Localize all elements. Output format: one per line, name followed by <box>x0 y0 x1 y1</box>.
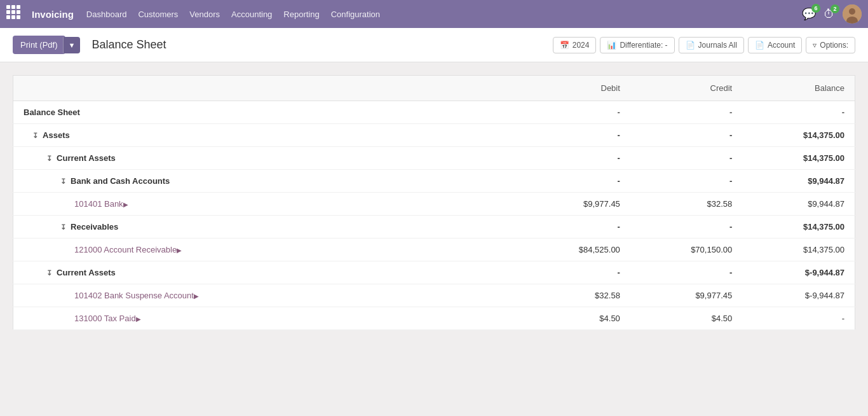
row-balance: - <box>742 101 855 124</box>
table-row: ↧ Current Assets--$14,375.00 <box>13 147 855 170</box>
nav-vendors[interactable]: Vendors <box>189 7 220 22</box>
account-link[interactable]: 131000 Tax Paid <box>74 314 136 323</box>
content-area: Debit Credit Balance Balance Sheet---↧ A… <box>0 62 868 416</box>
row-label-cell: 101402 Bank Suspense Account▶ <box>13 284 519 307</box>
row-balance: $9,944.87 <box>742 193 855 216</box>
top-navigation: Invoicing Dashboard Customers Vendors Ac… <box>0 0 868 28</box>
table-row: ↧ Receivables--$14,375.00 <box>13 216 855 239</box>
collapse-arrow-icon[interactable]: ↧ <box>46 269 54 277</box>
calendar-icon: 📅 <box>560 41 569 50</box>
differentiate-label: Differentiate: - <box>620 41 667 50</box>
account-filter-icon: 📄 <box>755 41 764 50</box>
row-debit: $4.50 <box>519 307 630 330</box>
table-row: ↧ Assets--$14,375.00 <box>13 124 855 147</box>
chart-icon: 📊 <box>607 41 616 50</box>
print-dropdown-arrow[interactable]: ▼ <box>63 37 81 53</box>
row-debit: - <box>519 124 630 147</box>
row-credit: $70,150.00 <box>630 239 742 261</box>
apps-grid-icon[interactable] <box>6 5 24 23</box>
differentiate-filter[interactable]: 📊 Differentiate: - <box>600 37 674 53</box>
table-row: ↧ Bank and Cash Accounts--$9,944.87 <box>13 170 855 193</box>
row-balance: $14,375.00 <box>742 147 855 170</box>
row-label-cell: ↧ Receivables <box>13 216 519 239</box>
collapse-arrow-icon[interactable]: ↧ <box>60 223 68 231</box>
table-row[interactable]: 121000 Account Receivable▶$84,525.00$70,… <box>13 239 855 261</box>
table-row[interactable]: 101402 Bank Suspense Account▶$32.58$9,97… <box>13 284 855 307</box>
account-link[interactable]: 101402 Bank Suspense Account <box>74 291 194 300</box>
row-label: Balance Sheet <box>24 107 80 117</box>
brand-label[interactable]: Invoicing <box>32 9 74 20</box>
journals-label: Journals All <box>698 41 737 50</box>
row-credit: - <box>630 101 742 124</box>
row-credit: - <box>630 216 742 239</box>
row-debit: - <box>519 261 630 284</box>
messages-count: 6 <box>811 4 820 13</box>
account-link[interactable]: 121000 Account Receivable <box>74 245 177 254</box>
nav-reporting[interactable]: Reporting <box>283 7 319 22</box>
account-label: Account <box>768 41 795 50</box>
row-balance: $14,375.00 <box>742 239 855 261</box>
page-title: Balance Sheet <box>92 38 166 52</box>
nav-configuration[interactable]: Configuration <box>331 7 380 22</box>
year-label: 2024 <box>573 41 590 50</box>
row-label: Receivables <box>71 222 118 232</box>
toolbar: Print (Pdf) ▼ Balance Sheet 📅 2024 📊 Dif… <box>0 28 868 62</box>
print-button-group: Print (Pdf) ▼ <box>13 36 80 54</box>
nav-customers[interactable]: Customers <box>138 7 178 22</box>
col-header-balance: Balance <box>742 76 855 101</box>
print-pdf-button[interactable]: Print (Pdf) <box>13 36 65 54</box>
table-row: Balance Sheet--- <box>13 101 855 124</box>
row-label: Bank and Cash Accounts <box>71 176 170 186</box>
account-link[interactable]: 101401 Bank <box>74 199 123 209</box>
collapse-arrow-icon[interactable]: ↧ <box>60 177 68 185</box>
row-balance: - <box>742 307 855 330</box>
account-filter[interactable]: 📄 Account <box>748 37 802 53</box>
col-header-name <box>13 76 519 101</box>
col-header-debit: Debit <box>519 76 630 101</box>
row-credit: - <box>630 147 742 170</box>
external-link-icon: ▶ <box>177 247 182 254</box>
row-balance: $9,944.87 <box>742 170 855 193</box>
row-debit: $84,525.00 <box>519 239 630 261</box>
balance-sheet-table: Debit Credit Balance Balance Sheet---↧ A… <box>13 75 855 330</box>
collapse-arrow-icon[interactable]: ↧ <box>32 132 40 139</box>
year-filter[interactable]: 📅 2024 <box>553 37 597 53</box>
nav-dashboard[interactable]: Dashboard <box>86 7 127 22</box>
collapse-arrow-icon[interactable]: ↧ <box>46 155 54 162</box>
row-label-cell: 101401 Bank▶ <box>13 193 519 216</box>
table-row[interactable]: 101401 Bank▶$9,977.45$32.58$9,944.87 <box>13 193 855 216</box>
row-credit: $32.58 <box>630 193 742 216</box>
row-balance: $-9,944.87 <box>742 284 855 307</box>
row-debit: $32.58 <box>519 284 630 307</box>
journals-filter[interactable]: 📄 Journals All <box>679 37 744 53</box>
avatar-image <box>843 4 862 24</box>
row-credit: - <box>630 170 742 193</box>
nav-accounting[interactable]: Accounting <box>231 7 272 22</box>
row-debit: - <box>519 101 630 124</box>
row-balance: $-9,944.87 <box>742 261 855 284</box>
table-header-row: Debit Credit Balance <box>13 76 855 101</box>
options-label: Options: <box>820 41 848 50</box>
row-credit: $4.50 <box>630 307 742 330</box>
row-label: Current Assets <box>57 153 116 163</box>
row-label-cell: ↧ Assets <box>13 124 519 147</box>
table-row[interactable]: 131000 Tax Paid▶$4.50$4.50- <box>13 307 855 330</box>
row-label-cell: ↧ Current Assets <box>13 261 519 284</box>
row-balance: $14,375.00 <box>742 124 855 147</box>
table-wrapper: Debit Credit Balance Balance Sheet---↧ A… <box>13 75 855 330</box>
activities-badge[interactable]: ⏱ 2 <box>824 8 835 21</box>
messages-badge[interactable]: 💬 6 <box>802 7 816 21</box>
row-debit: $9,977.45 <box>519 193 630 216</box>
row-label-cell: ↧ Bank and Cash Accounts <box>13 170 519 193</box>
journal-icon: 📄 <box>686 41 695 50</box>
row-debit: - <box>519 147 630 170</box>
row-credit: - <box>630 124 742 147</box>
row-label: Current Assets <box>57 268 116 277</box>
user-avatar[interactable] <box>843 4 862 24</box>
svg-point-1 <box>849 8 855 15</box>
row-label: Assets <box>43 130 70 140</box>
row-debit: - <box>519 170 630 193</box>
row-credit: - <box>630 261 742 284</box>
options-filter[interactable]: ▿ Options: <box>806 37 855 53</box>
external-link-icon: ▶ <box>123 201 128 208</box>
